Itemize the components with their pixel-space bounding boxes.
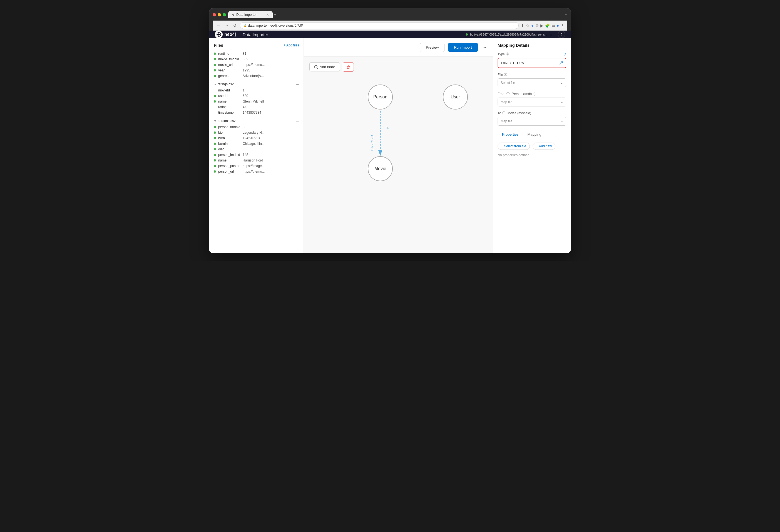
status-dot [214,95,216,97]
close-button[interactable] [213,13,216,16]
file-field-value: 1942-07-13 [243,136,260,140]
file-field-name: name [218,158,240,162]
csv-menu-icon[interactable]: ··· [296,82,299,87]
file-field-value: Harrison Ford [243,158,263,162]
address-bar[interactable]: 🔒 data-importer.neo4j.io/versions/0.7.0/ [240,22,519,29]
file-field-value: https://themo... [243,63,264,67]
to-placeholder: Map file [501,119,512,123]
svg-text:%: % [386,126,389,130]
run-import-button[interactable]: Run Import [448,43,478,52]
csv-filename: persons.csv [218,119,236,123]
csv-section-ratings[interactable]: ▼ ratings.csv ··· [209,81,303,88]
sidebar-icon[interactable]: ▭ [551,23,555,28]
canvas-toolbar: Preview Run Import ··· [304,38,493,57]
file-field-value: Glenn Mitchell [243,99,264,103]
preview-button[interactable]: Preview [420,43,444,52]
tab-properties[interactable]: Properties [498,130,523,139]
more-options-button[interactable]: ··· [481,44,487,51]
from-select[interactable]: Map file ⌄ [498,98,566,106]
connection-chevron-icon[interactable]: ⌄ [549,33,552,36]
collapse-icon: ▼ [214,119,216,123]
canvas-area[interactable]: Add node 🗑 [304,57,493,253]
to-select[interactable]: Map file ⌄ [498,117,566,126]
back-button[interactable]: ← [215,23,222,28]
status-dot [214,58,216,60]
person-node[interactable]: Person [368,85,393,109]
status-dot [214,100,216,103]
list-item: person_url https://themo... [209,169,303,174]
user-node[interactable]: User [443,85,468,109]
type-input[interactable] [498,59,557,67]
from-info-text: Person (tmdbld) [512,92,535,96]
csv-section-persons[interactable]: ▼ persons.csv ··· [209,117,303,124]
status-dot [214,132,216,134]
csv-menu-icon[interactable]: ··· [296,119,299,123]
type-icon[interactable] [557,59,566,67]
status-dot [214,75,216,77]
list-item: year 1995 [209,67,303,73]
share-icon[interactable]: ⬆ [521,23,524,28]
file-field-name: userId [218,94,240,98]
file-field-value: https://image... [243,164,264,168]
profile-icon[interactable]: ● [557,23,559,28]
list-item: timestamp 1443807734 [209,110,303,115]
svg-text:DIRECTED: DIRECTED [371,135,374,151]
person-node-label: Person [373,95,388,99]
add-files-button[interactable]: + Add files [284,43,299,47]
file-field-name: name [218,99,240,103]
to-info-icon: ⓘ [502,111,505,115]
file-placeholder: Select file [501,81,515,85]
active-tab[interactable]: ↺ Data Importer ✕ [228,11,273,18]
refresh-button[interactable]: ↺ [232,23,238,28]
tab-icon: ↺ [232,13,235,17]
to-label: To [498,111,501,115]
file-field-value: https://themo... [243,170,264,174]
list-item: rating 4.0 [209,104,303,110]
status-dot [214,53,216,55]
minimize-button[interactable] [218,13,221,16]
mapping-panel: Mapping Details Type ⓘ ⇄ [493,38,571,253]
file-field-value: 4.0 [243,105,247,109]
movie-node[interactable]: Movie [368,156,393,181]
select-from-file-button[interactable]: + Select from file [498,143,530,150]
extension-icon[interactable]: ⊕ [535,23,539,28]
file-field-value: 630 [243,94,248,98]
help-button[interactable]: ? [558,31,565,38]
url-text: data-importer.neo4j.io/versions/0.7.0/ [248,23,303,28]
file-field-group: File ⓘ Select file ⌄ [498,72,566,87]
file-field-name: movie_tmdbld [218,57,240,61]
swap-icon[interactable]: ⇄ [564,52,566,56]
video-icon[interactable]: ▶ [540,23,543,28]
file-field-value: 81 [243,52,246,56]
google-icon[interactable]: ● [531,23,533,28]
csv-filename: ratings.csv [218,82,234,86]
add-new-button[interactable]: + Add new [533,143,555,150]
file-chevron-icon: ⌄ [560,81,563,85]
forward-button[interactable]: → [224,23,230,28]
bookmark-icon[interactable]: ☆ [526,23,530,28]
maximize-button[interactable] [223,13,226,16]
file-field-value: Adventure|A... [243,74,264,78]
status-dot [214,159,216,161]
file-select[interactable]: Select file ⌄ [498,79,566,87]
tab-close-button[interactable]: ✕ [266,13,269,17]
new-tab-button[interactable]: + [274,12,276,17]
file-field-value: 862 [243,57,248,61]
status-dot [214,126,216,128]
tab-mapping[interactable]: Mapping [523,130,546,139]
movie-node-label: Movie [375,166,386,171]
file-field-name: genres [218,74,240,78]
list-item: died [209,146,303,152]
list-item: movieId 1 [209,88,303,93]
file-field-name: year [218,68,240,72]
file-field-value: 1 [243,88,245,92]
list-item: born 1942-07-13 [209,135,303,141]
graph-container: DIRECTED % Person User M [304,57,493,253]
type-label: Type [498,52,505,56]
file-field-name: movieId [218,88,240,92]
list-item: genres Adventure|A... [209,73,303,79]
list-item: bio Legendary H... [209,130,303,135]
puzzle-icon[interactable]: 🧩 [545,23,550,28]
menu-icon[interactable]: ⋮ [561,23,565,28]
file-field-name: bornIn [218,142,240,146]
